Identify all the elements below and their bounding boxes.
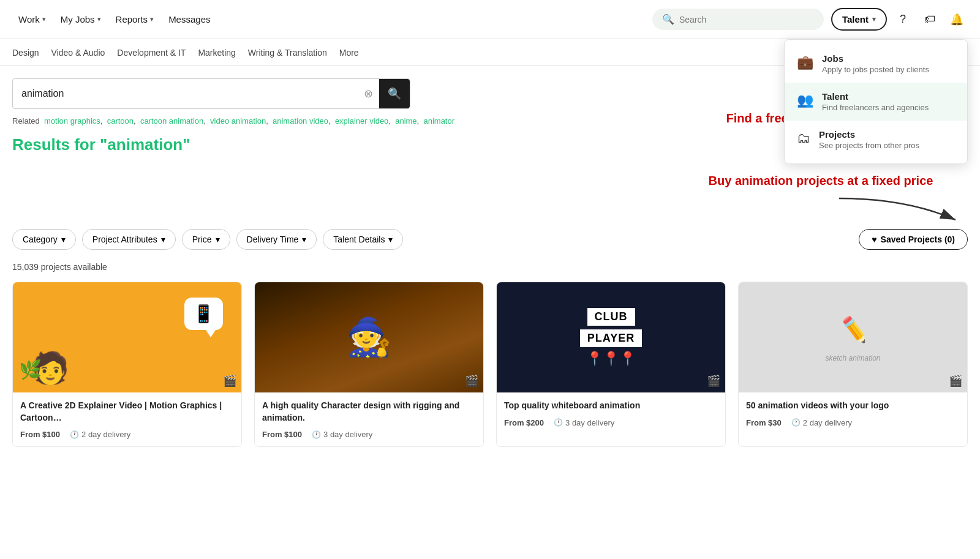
card-title-1: A high quality Character design with rig… xyxy=(262,400,476,424)
card-title-3: 50 animation videos with your logo xyxy=(746,400,960,412)
related-video-animation[interactable]: video animation xyxy=(210,116,266,126)
header-search-bar[interactable]: 🔍 xyxy=(652,9,824,30)
main-search-input[interactable] xyxy=(13,81,358,107)
cat-dev-it[interactable]: Development & IT xyxy=(117,48,186,58)
card-image-3: ✏️ sketch animation 🎬 xyxy=(739,282,967,392)
filter-project-attributes[interactable]: Project Attributes ▾ xyxy=(82,229,176,250)
cat-design[interactable]: Design xyxy=(12,48,39,58)
project-card-1[interactable]: 🧙 🎬 A high quality Character design with… xyxy=(254,282,484,447)
cards-grid: 🧑 🌿 📱 🎬 A Creative 2D Explainer Video | … xyxy=(12,282,968,447)
clock-icon: 🕐 xyxy=(791,418,801,427)
card-body-0: A Creative 2D Explainer Video | Motion G… xyxy=(13,392,241,446)
chevron-down-icon: ▾ xyxy=(216,234,220,244)
related-anime[interactable]: anime xyxy=(395,116,417,126)
dropdown-jobs-item[interactable]: 💼 Jobs Apply to jobs posted by clients xyxy=(785,45,967,83)
chevron-down-icon: ▾ xyxy=(302,234,306,244)
saved-projects-button[interactable]: ♥ Saved Projects (0) xyxy=(859,229,968,250)
chevron-down-icon: ▾ xyxy=(161,234,165,244)
portfolio-icon: 🗂 xyxy=(797,130,810,146)
main-search-row: ⊗ 🔍 xyxy=(12,78,410,109)
map-dots: 📍📍📍 xyxy=(586,351,636,367)
tag-icon-button[interactable]: 🏷 xyxy=(919,9,941,31)
related-motion-graphics[interactable]: motion graphics xyxy=(44,116,100,126)
related-cartoon-animation[interactable]: cartoon animation xyxy=(140,116,203,126)
nav-messages[interactable]: Messages xyxy=(162,9,216,29)
card-delivery-3: 🕐 2 day delivery xyxy=(791,418,852,427)
talent-dropdown-menu: 💼 Jobs Apply to jobs posted by clients 👥… xyxy=(784,39,968,164)
results-count: 15,039 projects available xyxy=(12,262,968,272)
card-body-3: 50 animation videos with your logo From … xyxy=(739,392,967,435)
filter-category[interactable]: Category ▾ xyxy=(12,229,76,250)
callout-2-block: Buy animation projects at a fixed price xyxy=(674,173,968,223)
chevron-down-icon: ▾ xyxy=(61,234,66,244)
card-price-3: From $30 xyxy=(746,418,782,427)
card-price-1: From $100 xyxy=(262,430,302,439)
filters-row: Category ▾ Project Attributes ▾ Price ▾ … xyxy=(12,229,968,250)
video-icon-3: 🎬 xyxy=(949,374,962,388)
video-icon-2: 🎬 xyxy=(707,374,720,388)
chevron-down-icon: ▾ xyxy=(872,15,876,23)
talent-dropdown-button[interactable]: Talent ▾ xyxy=(831,8,887,31)
dropdown-projects-item[interactable]: 🗂 Projects See projects from other pros xyxy=(785,121,967,159)
card-body-1: A high quality Character design with rig… xyxy=(255,392,483,446)
sketch-art: ✏️ sketch animation xyxy=(739,282,967,392)
related-animator[interactable]: animator xyxy=(423,116,454,126)
clock-icon: 🕐 xyxy=(312,430,321,439)
card-title-2: Top quality whiteboard animation xyxy=(504,400,718,412)
notifications-button[interactable]: 🔔 xyxy=(946,9,968,31)
search-icon: 🔍 xyxy=(388,87,401,100)
card-delivery-2: 🕐 3 day delivery xyxy=(554,418,614,427)
filter-talent-details[interactable]: Talent Details ▾ xyxy=(323,229,403,250)
player-label: PLAYER xyxy=(580,329,642,347)
search-icon: 🔍 xyxy=(662,13,674,25)
clock-icon: 🕐 xyxy=(554,418,563,427)
nav-left: Work ▾ My Jobs ▾ Reports ▾ Messages xyxy=(12,9,217,29)
card-footer-3: From $30 🕐 2 day delivery xyxy=(746,418,960,427)
card-price-0: From $100 xyxy=(20,430,60,439)
header-right: Talent ▾ ? 🏷 🔔 xyxy=(831,8,968,31)
card-footer-2: From $200 🕐 3 day delivery xyxy=(504,418,718,427)
map-art: CLUB PLAYER 📍📍📍 xyxy=(497,282,725,392)
filter-delivery-time[interactable]: Delivery Time ▾ xyxy=(236,229,317,250)
cat-video-audio[interactable]: Video & Audio xyxy=(51,48,105,58)
related-animation-video[interactable]: animation video xyxy=(273,116,328,126)
search-submit-button[interactable]: 🔍 xyxy=(379,79,410,108)
search-clear-button[interactable]: ⊗ xyxy=(358,87,379,100)
people-icon: 👥 xyxy=(797,92,813,108)
nav-reports[interactable]: Reports ▾ xyxy=(110,9,160,29)
card-body-2: Top quality whiteboard animation From $2… xyxy=(497,392,725,435)
dwarf-icon: 🧙 xyxy=(346,319,392,356)
project-card-0[interactable]: 🧑 🌿 📱 🎬 A Creative 2D Explainer Video | … xyxy=(12,282,242,447)
heart-icon: ♥ xyxy=(872,234,876,244)
card-footer-0: From $100 🕐 2 day delivery xyxy=(20,430,234,439)
briefcase-icon: 💼 xyxy=(797,54,813,70)
sketch-lines: ✏️ sketch animation xyxy=(825,310,880,364)
dwarf-art: 🧙 xyxy=(255,282,483,392)
nav-work[interactable]: Work ▾ xyxy=(12,9,52,29)
bubble-tail xyxy=(206,330,216,337)
header-search-input[interactable] xyxy=(679,15,814,24)
card-image-0: 🧑 🌿 📱 🎬 xyxy=(13,282,241,392)
nav-my-jobs[interactable]: My Jobs ▾ xyxy=(55,9,107,29)
dropdown-talent-item[interactable]: 👥 Talent Find freelancers and agencies xyxy=(785,83,967,121)
cat-marketing[interactable]: Marketing xyxy=(198,48,235,58)
cat-more[interactable]: More xyxy=(339,48,359,58)
phone-bubble: 📱 xyxy=(184,298,223,330)
cat-writing[interactable]: Writing & Translation xyxy=(248,48,327,58)
related-cartoon[interactable]: cartoon xyxy=(107,116,134,126)
project-card-2[interactable]: CLUB PLAYER 📍📍📍 🎬 Top quality whiteboard… xyxy=(496,282,726,447)
chevron-down-icon: ▾ xyxy=(97,15,101,23)
card-image-1: 🧙 🎬 xyxy=(255,282,483,392)
card-delivery-0: 🕐 2 day delivery xyxy=(70,430,130,439)
plant-icon: 🌿 xyxy=(19,359,42,380)
club-label: CLUB xyxy=(587,308,635,326)
animator-art: 🧑 🌿 📱 xyxy=(13,282,241,392)
related-explainer-video[interactable]: explainer video xyxy=(335,116,388,126)
project-card-3[interactable]: ✏️ sketch animation 🎬 50 animation video… xyxy=(738,282,968,447)
chevron-down-icon: ▾ xyxy=(150,15,154,23)
video-icon-1: 🎬 xyxy=(465,374,478,388)
card-price-2: From $200 xyxy=(504,418,544,427)
filter-price[interactable]: Price ▾ xyxy=(182,229,230,250)
help-button[interactable]: ? xyxy=(892,9,914,31)
clock-icon: 🕐 xyxy=(70,430,79,439)
